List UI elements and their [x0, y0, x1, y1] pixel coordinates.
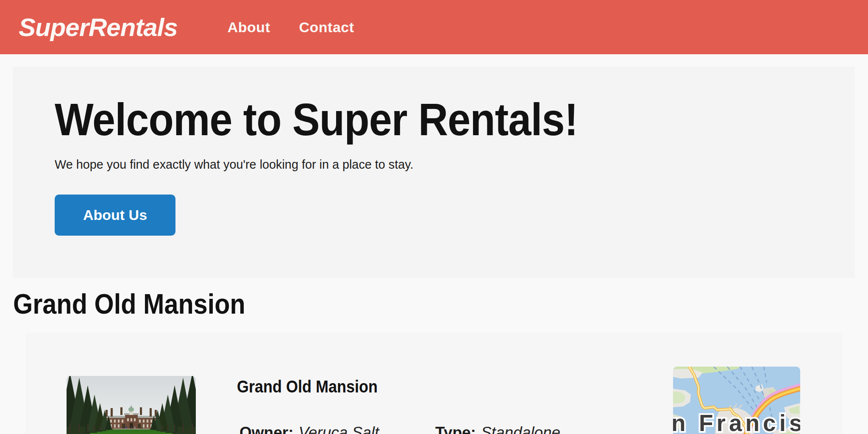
- map-city-label: n Francis: [673, 410, 800, 434]
- about-us-button[interactable]: About Us: [55, 195, 175, 236]
- navbar: SuperRentals About Contact: [0, 0, 868, 54]
- rental-type-row: Type:Standalone: [435, 423, 560, 434]
- rental-name-heading: Grand Old Mansion: [13, 287, 782, 321]
- rental-card-title: Grand Old Mansion: [237, 376, 378, 397]
- nav-link-about[interactable]: About: [228, 19, 270, 36]
- type-label: Type:: [435, 424, 476, 434]
- rental-map-image: n Francis: [673, 367, 800, 434]
- owner-label: Owner:: [239, 424, 293, 434]
- mansion-photo-graphic: [67, 376, 196, 434]
- hero-title: Welcome to Super Rentals!: [55, 91, 775, 148]
- rental-owner-row: Owner:Veruca Salt: [239, 423, 379, 434]
- jumbotron: Welcome to Super Rentals! We hope you fi…: [13, 67, 855, 278]
- rental-photo-image[interactable]: [67, 376, 196, 434]
- map-graphic: n Francis: [673, 367, 800, 434]
- rental-card: Grand Old Mansion Owner:Veruca Salt Type…: [25, 333, 843, 434]
- type-value: Standalone: [481, 424, 560, 434]
- hero-subtitle: We hope you find exactly what you're loo…: [55, 156, 823, 173]
- nav-links: About Contact: [178, 19, 354, 36]
- site-logo[interactable]: SuperRentals: [19, 13, 178, 42]
- nav-link-contact[interactable]: Contact: [299, 19, 354, 36]
- owner-value: Veruca Salt: [298, 424, 379, 434]
